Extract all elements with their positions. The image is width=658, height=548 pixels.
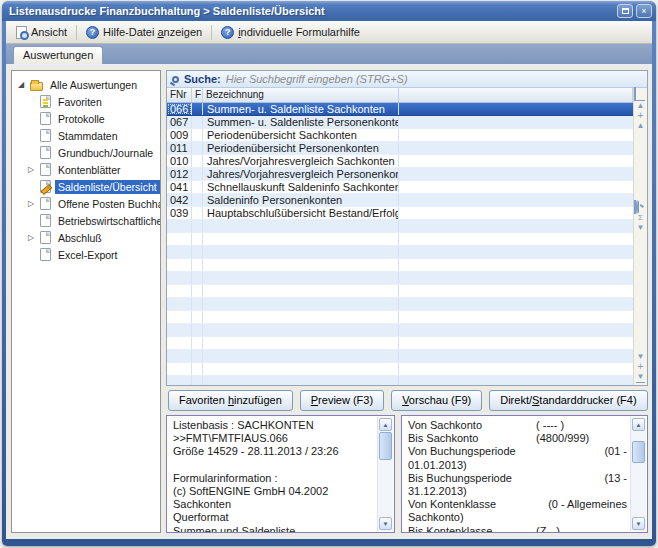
table-row[interactable]: 010Jahres/Vorjahresvergleich Sachkonten	[167, 155, 633, 168]
help-icon: ?	[86, 26, 99, 39]
cell-f	[192, 220, 203, 232]
formularhilfe-label: individuelle Formularhilfe	[238, 26, 360, 38]
collapse-row-icon[interactable]: +	[634, 362, 647, 372]
restore-button[interactable]	[617, 4, 633, 18]
cell-filler	[399, 246, 633, 258]
cell-bezeichnung: Schnellauskunft Saldeninfo Sachkonten	[203, 181, 399, 193]
tree-item-label: Offene Posten Buchhaltung	[55, 197, 160, 211]
table-row[interactable]: 011Periodenübersicht Personenkonten	[167, 142, 633, 155]
formularhilfe-button[interactable]: ? individuelle Formularhilfe	[215, 24, 366, 41]
vorschau-button[interactable]: Vorschau (F9)	[391, 390, 482, 411]
tree-item-kontenbl-tter[interactable]: ▷Kontenblätter	[12, 161, 160, 178]
table-row[interactable]: 009Periodenübersicht Sachkonten	[167, 129, 633, 142]
cell-bezeichnung	[203, 298, 399, 310]
table-empty-row	[167, 311, 633, 324]
expand-icon[interactable]: ▷	[28, 165, 40, 174]
parameter-label: Bis Kontenklasse	[408, 525, 536, 533]
direkt-standarddrucker-button[interactable]: Direkt/Standarddrucker (F4)	[489, 390, 647, 411]
table-row[interactable]: 067Summen- u. Saldenliste Personenkonten	[167, 116, 633, 129]
scrollbar-thumb[interactable]	[632, 441, 645, 463]
cell-bezeichnung	[203, 285, 399, 297]
parameter-row: Bis Buchungsperiode(13 -	[408, 472, 627, 485]
hilfe-datei-button[interactable]: ? Hilfe-Datei anzeigen	[80, 24, 208, 41]
zoom-search-icon[interactable]	[636, 200, 638, 214]
cell-f	[192, 181, 203, 193]
form-info-panel: Listenbasis : SACHKONTEN>>FMT\FMTFIAUS.0…	[166, 415, 395, 533]
table-row[interactable]: 066Summen- u. Saldenliste Sachkonten	[167, 103, 633, 116]
column-chooser-icon[interactable]	[634, 87, 636, 101]
expand-icon[interactable]: ▷	[28, 233, 40, 242]
tree-item-label: Kontenblätter	[55, 163, 123, 177]
close-button[interactable]: ×	[636, 4, 652, 18]
tab-auswertungen[interactable]: Auswertungen	[13, 46, 103, 64]
filter-icon[interactable]: ▼	[634, 223, 647, 233]
tree-item-excel-export[interactable]: Excel-Export	[12, 246, 160, 263]
cell-fnr	[167, 246, 192, 258]
tree-item-grundbuch-journale[interactable]: Grundbuch/Journale	[12, 144, 160, 161]
sum-icon[interactable]: Σ	[634, 213, 647, 223]
tree-item-protokolle[interactable]: Protokolle	[12, 110, 160, 127]
document-edit-icon	[40, 180, 51, 193]
table-row[interactable]: 042Saldeninfo Personenkonten	[167, 194, 633, 207]
cell-fnr	[167, 337, 192, 349]
cell-bezeichnung	[203, 324, 399, 336]
document-icon	[40, 112, 51, 125]
scrollbar-thumb[interactable]	[379, 432, 392, 460]
tree-item-betriebswirtschaftliche-auswertungen[interactable]: Betriebswirtschaftliche Auswertungen	[12, 212, 160, 229]
scroll-up-icon[interactable]: ▲	[634, 121, 647, 131]
expand-row-icon[interactable]: +	[634, 111, 647, 121]
scroll-down-arrow[interactable]: ▼	[632, 517, 645, 530]
params-scrollbar[interactable]: ▲ ▼	[630, 417, 646, 531]
window-client-area: Ansicht ? Hilfe-Datei anzeigen ? individ…	[6, 21, 652, 539]
grid-container: Suche: Hier Suchbegriff eingeben (STRG+S…	[166, 70, 648, 386]
table-row[interactable]: 041Schnellauskunft Saldeninfo Sachkonten	[167, 181, 633, 194]
parameter-value: ( ---- )	[536, 419, 564, 431]
tree-item-abschlu-[interactable]: ▷Abschluß	[12, 229, 160, 246]
column-header-fnr[interactable]: FNr	[167, 88, 192, 102]
info-line: >>FMT\FMTFIAUS.066	[173, 432, 374, 445]
tree-item-offene-posten-buchhaltung[interactable]: ▷Offene Posten Buchhaltung	[12, 195, 160, 212]
parameter-row: Bis Kontenklasse(Z - )	[408, 525, 627, 533]
table-row[interactable]: 039Hauptabschlußübersicht Bestand/Erfolg	[167, 207, 633, 220]
hilfe-datei-label: Hilfe-Datei anzeigen	[103, 26, 202, 38]
cell-filler	[399, 168, 633, 180]
cell-fnr	[167, 259, 192, 271]
scroll-bottom-icon[interactable]: ▼	[636, 372, 645, 383]
info-scrollbar[interactable]: ▲ ▼	[377, 417, 393, 531]
cell-fnr: 067	[167, 116, 192, 128]
parameter-row: Bis Sachkonto(4800/999)	[408, 432, 627, 445]
cell-fnr	[167, 220, 192, 232]
expand-icon[interactable]: ▷	[28, 199, 40, 208]
cell-filler	[399, 116, 633, 128]
scroll-down-arrow[interactable]: ▼	[379, 517, 392, 530]
ansicht-button[interactable]: Ansicht	[10, 24, 73, 41]
column-header-bezeichnung[interactable]: Bezeichnung	[203, 88, 399, 102]
scroll-up-arrow[interactable]: ▲	[632, 418, 645, 431]
cell-filler	[399, 324, 633, 336]
tree-item-stammdaten[interactable]: Stammdaten	[12, 127, 160, 144]
cell-fnr	[167, 285, 192, 297]
favoriten-hinzufuegen-button[interactable]: Favoriten hinzufügen	[168, 390, 293, 411]
scroll-up-arrow[interactable]: ▲	[379, 418, 392, 431]
cell-fnr: 039	[167, 207, 192, 219]
collapse-icon[interactable]: ◢	[18, 80, 30, 89]
forms-table: FNr F Bezeichnung 066Summen- u. Saldenli…	[167, 88, 633, 385]
table-empty-row	[167, 350, 633, 363]
tree-item-favoriten[interactable]: Favoriten	[12, 93, 160, 110]
cell-f	[192, 272, 203, 284]
table-row[interactable]: 012Jahres/Vorjahresvergleich Personenkon…	[167, 168, 633, 181]
table-empty-row	[167, 324, 633, 337]
column-header-f[interactable]: F	[192, 88, 203, 102]
preview-button[interactable]: Preview (F3)	[300, 390, 384, 411]
cell-bezeichnung	[203, 233, 399, 245]
cell-bezeichnung: Hauptabschlußübersicht Bestand/Erfolg	[203, 207, 399, 219]
search-input[interactable]: Hier Suchbegriff eingeben (STRG+S)	[226, 73, 408, 85]
search-bar[interactable]: Suche: Hier Suchbegriff eingeben (STRG+S…	[167, 71, 647, 88]
parameter-label: Bis Buchungsperiode	[408, 472, 512, 485]
tree-item-saldenliste-bersicht[interactable]: Saldenliste/Übersicht	[12, 178, 160, 195]
toolbar-separator	[211, 25, 212, 40]
tree-item-alle-auswertungen[interactable]: ◢Alle Auswertungen	[12, 76, 160, 93]
table-empty-row	[167, 376, 633, 385]
toolbar: Ansicht ? Hilfe-Datei anzeigen ? individ…	[6, 21, 652, 44]
restore-icon	[622, 8, 629, 14]
